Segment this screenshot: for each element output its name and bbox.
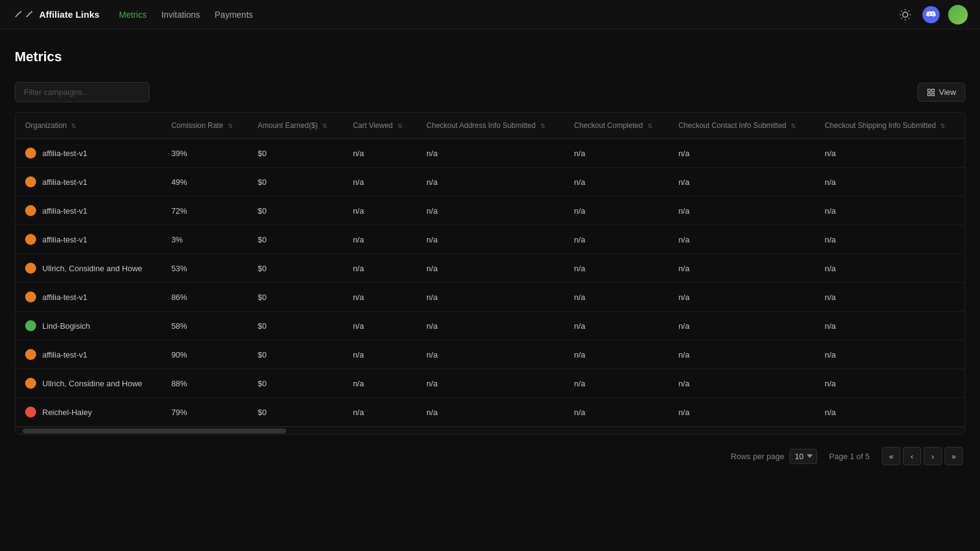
cell-shipping-3: n/a bbox=[815, 225, 965, 254]
cell-commission-3: 3% bbox=[162, 225, 248, 254]
cell-shipping-6: n/a bbox=[815, 312, 965, 340]
cell-cart-0: n/a bbox=[343, 139, 417, 168]
cell-commission-6: 58% bbox=[162, 312, 248, 340]
cell-completed-1: n/a bbox=[564, 168, 668, 197]
table-row: affilia-test-v1 49% $0 n/a n/a n/a n/a n… bbox=[15, 168, 965, 197]
cell-contact-0: n/a bbox=[669, 139, 815, 168]
cell-contact-7: n/a bbox=[669, 340, 815, 369]
sort-icon-cart: ⇅ bbox=[398, 122, 402, 129]
sort-icon-contact: ⇅ bbox=[791, 122, 796, 129]
cell-shipping-8: n/a bbox=[815, 369, 965, 398]
cell-commission-8: 88% bbox=[162, 369, 248, 398]
cell-completed-2: n/a bbox=[564, 197, 668, 225]
cell-shipping-1: n/a bbox=[815, 168, 965, 197]
metrics-table-wrap: Organization ⇅ Comission Rate ⇅ Amount E… bbox=[15, 112, 965, 435]
cell-completed-6: n/a bbox=[564, 312, 668, 340]
nav-brand[interactable]: ⟋⟋ Affiliate Links bbox=[12, 8, 99, 21]
next-page-button[interactable]: › bbox=[924, 447, 942, 465]
scrollbar-thumb[interactable] bbox=[23, 429, 286, 433]
page-buttons: « ‹ › » bbox=[882, 447, 963, 465]
org-name-8: Ullrich, Considine and Howe bbox=[42, 379, 142, 388]
col-shipping[interactable]: Checkout Shipping Info Submitted ⇅ bbox=[815, 113, 965, 139]
cell-earned-4: $0 bbox=[248, 254, 343, 283]
view-icon bbox=[927, 88, 935, 97]
cell-address-3: n/a bbox=[417, 225, 564, 254]
org-dot-0 bbox=[25, 148, 36, 159]
table-row: Ullrich, Considine and Howe 53% $0 n/a n… bbox=[15, 254, 965, 283]
col-address[interactable]: Checkout Address Info Submitted ⇅ bbox=[417, 113, 564, 139]
cell-earned-3: $0 bbox=[248, 225, 343, 254]
page-info: Page 1 of 5 bbox=[829, 452, 870, 461]
cell-earned-2: $0 bbox=[248, 197, 343, 225]
brand-label: Affiliate Links bbox=[39, 9, 99, 20]
cell-contact-5: n/a bbox=[669, 283, 815, 312]
cell-earned-9: $0 bbox=[248, 398, 343, 427]
table-row: affilia-test-v1 3% $0 n/a n/a n/a n/a n/… bbox=[15, 225, 965, 254]
prev-page-button[interactable]: ‹ bbox=[903, 447, 921, 465]
sort-icon-shipping: ⇅ bbox=[940, 122, 945, 129]
col-cart[interactable]: Cart Viewed ⇅ bbox=[343, 113, 417, 139]
horizontal-scrollbar[interactable] bbox=[15, 427, 965, 434]
col-completed[interactable]: Checkout Completed ⇅ bbox=[564, 113, 668, 139]
view-button[interactable]: View bbox=[918, 83, 965, 102]
cell-commission-2: 72% bbox=[162, 197, 248, 225]
svg-rect-12 bbox=[932, 93, 934, 96]
brand-icon: ⟋⟋ bbox=[12, 8, 34, 21]
org-dot-2 bbox=[25, 205, 36, 216]
svg-rect-10 bbox=[932, 89, 934, 91]
cell-address-9: n/a bbox=[417, 398, 564, 427]
last-page-button[interactable]: » bbox=[944, 447, 963, 465]
theme-toggle-icon[interactable] bbox=[897, 6, 914, 23]
cell-organization-5: affilia-test-v1 bbox=[15, 283, 162, 312]
cell-completed-3: n/a bbox=[564, 225, 668, 254]
cell-completed-5: n/a bbox=[564, 283, 668, 312]
discord-icon[interactable] bbox=[922, 6, 940, 23]
metrics-table: Organization ⇅ Comission Rate ⇅ Amount E… bbox=[15, 113, 965, 427]
col-amount[interactable]: Amount Earned($) ⇅ bbox=[248, 113, 343, 139]
svg-line-4 bbox=[908, 18, 909, 18]
table-row: affilia-test-v1 72% $0 n/a n/a n/a n/a n… bbox=[15, 197, 965, 225]
user-avatar[interactable] bbox=[948, 5, 968, 24]
cell-cart-5: n/a bbox=[343, 283, 417, 312]
org-name-3: affilia-test-v1 bbox=[42, 235, 87, 244]
cell-address-6: n/a bbox=[417, 312, 564, 340]
org-dot-8 bbox=[25, 378, 36, 389]
cell-commission-4: 53% bbox=[162, 254, 248, 283]
org-name-2: affilia-test-v1 bbox=[42, 206, 87, 216]
cell-earned-8: $0 bbox=[248, 369, 343, 398]
cell-earned-1: $0 bbox=[248, 168, 343, 197]
org-name-0: affilia-test-v1 bbox=[42, 149, 87, 158]
cell-cart-4: n/a bbox=[343, 254, 417, 283]
cell-organization-1: affilia-test-v1 bbox=[15, 168, 162, 197]
col-commission[interactable]: Comission Rate ⇅ bbox=[162, 113, 248, 139]
toolbar: View bbox=[15, 82, 965, 102]
cell-address-0: n/a bbox=[417, 139, 564, 168]
org-name-1: affilia-test-v1 bbox=[42, 178, 87, 187]
nav-metrics[interactable]: Metrics bbox=[119, 10, 146, 20]
rows-per-page-select[interactable]: 10 25 50 bbox=[790, 449, 817, 464]
table-row: affilia-test-v1 86% $0 n/a n/a n/a n/a n… bbox=[15, 283, 965, 312]
cell-completed-7: n/a bbox=[564, 340, 668, 369]
table-row: Reichel-Haley 79% $0 n/a n/a n/a n/a n/a bbox=[15, 398, 965, 427]
cell-cart-6: n/a bbox=[343, 312, 417, 340]
sort-icon-completed: ⇅ bbox=[647, 122, 652, 129]
cell-address-2: n/a bbox=[417, 197, 564, 225]
org-name-9: Reichel-Haley bbox=[42, 408, 92, 417]
nav-invitations[interactable]: Invitations bbox=[161, 10, 200, 20]
navbar: ⟋⟋ Affiliate Links Metrics Invitations P… bbox=[0, 0, 980, 29]
cell-organization-8: Ullrich, Considine and Howe bbox=[15, 369, 162, 398]
cell-shipping-4: n/a bbox=[815, 254, 965, 283]
nav-links: Metrics Invitations Payments bbox=[119, 10, 252, 20]
cell-earned-6: $0 bbox=[248, 312, 343, 340]
col-organization[interactable]: Organization ⇅ bbox=[15, 113, 162, 139]
cell-address-1: n/a bbox=[417, 168, 564, 197]
nav-payments[interactable]: Payments bbox=[215, 10, 253, 20]
first-page-button[interactable]: « bbox=[882, 447, 900, 465]
svg-rect-9 bbox=[928, 89, 930, 91]
page-title: Metrics bbox=[15, 49, 965, 65]
cell-shipping-9: n/a bbox=[815, 398, 965, 427]
col-contact[interactable]: Checkout Contact Info Submitted ⇅ bbox=[669, 113, 815, 139]
cell-earned-7: $0 bbox=[248, 340, 343, 369]
filter-input[interactable] bbox=[15, 82, 149, 102]
cell-address-7: n/a bbox=[417, 340, 564, 369]
